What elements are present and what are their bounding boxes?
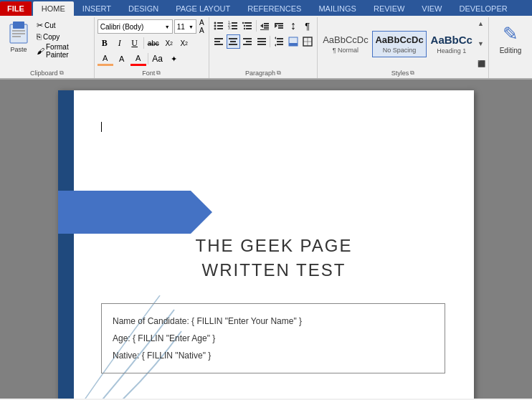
strikethrough-button[interactable]: abc [146, 36, 161, 50]
svg-rect-44 [257, 44, 266, 45]
paste-button[interactable]: Paste [3, 19, 34, 54]
increase-indent-button[interactable] [272, 19, 285, 33]
clipboard-expand-icon[interactable]: ⧉ [60, 70, 64, 77]
justify-button[interactable] [255, 34, 269, 49]
font-name-dropdown[interactable]: Calibri (Body) ▼ [98, 19, 173, 34]
tab-design[interactable]: DESIGN [120, 1, 167, 16]
svg-rect-25 [264, 23, 269, 24]
copy-button[interactable]: ⎘ Copy [34, 32, 91, 42]
clear-formatting-button[interactable]: ✦ [166, 52, 182, 66]
font-size-steppers: A A [198, 19, 206, 34]
subscript-button[interactable]: X2 [162, 36, 176, 50]
font-shrink-button[interactable]: A [198, 27, 206, 34]
align-right-button[interactable] [241, 34, 255, 49]
format-painter-button[interactable]: 🖌 Format Painter [34, 42, 91, 59]
tab-insert[interactable]: INSERT [74, 1, 120, 16]
svg-rect-45 [277, 38, 283, 39]
tab-view[interactable]: VIEW [413, 1, 450, 16]
form-field-1: Name of Candidate: { FILLIN "Enter Your … [113, 313, 434, 330]
svg-rect-47 [277, 44, 283, 45]
svg-rect-9 [217, 25, 223, 27]
para-sep2 [270, 36, 270, 47]
change-case-button[interactable]: Aa [150, 52, 166, 66]
svg-rect-23 [246, 28, 252, 29]
editing-icon: ✎ [503, 23, 518, 45]
font-sep2 [148, 53, 148, 65]
text-highlight-button[interactable]: A [114, 52, 130, 66]
svg-rect-11 [217, 28, 223, 29]
styles-scroll-up[interactable]: ▲ [478, 20, 485, 27]
bullets-button[interactable] [212, 19, 226, 33]
svg-rect-34 [214, 41, 220, 42]
svg-rect-5 [12, 36, 21, 37]
styles-expand[interactable]: ⬛ [478, 60, 485, 67]
font-expand-icon[interactable]: ⧉ [156, 70, 161, 77]
font-color-button[interactable]: A [130, 52, 146, 66]
line-spacing-button[interactable] [272, 34, 285, 49]
svg-rect-3 [12, 30, 25, 32]
numbering-button[interactable]: 1.2.3. [227, 19, 240, 33]
scissors-icon: ✂ [37, 21, 43, 30]
font-sep1 [143, 37, 144, 49]
text-effects-button[interactable]: A [98, 52, 113, 66]
para-sep1 [256, 20, 257, 32]
style-normal-label: ¶ Normal [333, 47, 358, 54]
style-no-spacing[interactable]: AaBbCcDc No Spacing [372, 31, 427, 57]
styles-scroll-buttons: ▲ ▼ ⬛ [476, 19, 487, 69]
svg-point-6 [214, 22, 217, 24]
styles-scroll-down[interactable]: ▼ [478, 40, 485, 47]
show-hide-button[interactable]: ¶ [300, 19, 314, 33]
editing-button[interactable]: ✎ Editing [500, 23, 522, 54]
editing-group: ✎ Editing [489, 17, 532, 78]
paste-label: Paste [10, 46, 27, 53]
font-size-dropdown[interactable]: 11 ▼ [174, 19, 196, 34]
svg-rect-15 [232, 25, 237, 27]
superscript-button[interactable]: X2 [177, 36, 191, 50]
tab-page-layout[interactable]: PAGE LAYOUT [167, 1, 239, 16]
align-center-button[interactable] [227, 34, 240, 49]
tab-references[interactable]: REFERENCES [239, 1, 310, 16]
align-left-button[interactable] [212, 34, 226, 49]
styles-expand-icon[interactable]: ⧉ [410, 70, 414, 77]
ribbon: Paste ✂ Cut ⎘ Copy 🖌 Format Painter [0, 16, 532, 80]
tab-review[interactable]: REVIEW [365, 1, 413, 16]
form-box: Name of Candidate: { FILLIN "Enter Your … [101, 303, 445, 373]
tab-mailings[interactable]: MAILINGS [310, 1, 365, 16]
document-title-line2: WRITTEN TEST [95, 258, 452, 282]
decrease-indent-button[interactable] [257, 19, 271, 33]
italic-button[interactable]: I [113, 36, 127, 50]
underline-button[interactable]: U [128, 36, 142, 50]
svg-rect-38 [229, 44, 237, 45]
sort-button[interactable]: ↕ [286, 19, 300, 33]
font-grow-button[interactable]: A [198, 19, 206, 27]
svg-marker-55 [58, 191, 212, 234]
tab-file[interactable]: FILE [0, 1, 32, 16]
svg-point-8 [214, 25, 217, 27]
cut-button[interactable]: ✂ Cut [34, 20, 91, 31]
tab-home[interactable]: HOME [33, 1, 74, 16]
svg-point-20 [244, 25, 245, 27]
page-sidebar [58, 90, 74, 399]
borders-button[interactable] [300, 34, 314, 49]
style-normal[interactable]: AaBbCcDc ¶ Normal [319, 31, 371, 57]
multilevel-list-button[interactable] [241, 19, 255, 33]
paragraph-expand-icon[interactable]: ⧉ [277, 70, 281, 77]
tab-developer[interactable]: DEVELOPER [450, 1, 516, 16]
shading-button[interactable] [286, 34, 300, 49]
svg-rect-41 [243, 44, 252, 45]
svg-rect-40 [246, 41, 252, 42]
document-title: THE GEEK PAGE WRITTEN TEST [74, 234, 474, 282]
paragraph-group: 1.2.3. ↕ ¶ [209, 17, 318, 78]
style-heading1-preview: AaBbCc [431, 34, 472, 46]
svg-rect-46 [277, 41, 283, 42]
svg-point-18 [242, 22, 244, 24]
style-heading1-label: Heading 1 [437, 47, 466, 54]
svg-rect-39 [243, 38, 252, 39]
style-heading1[interactable]: AaBbCc Heading 1 [427, 30, 476, 58]
bold-button[interactable]: B [98, 36, 112, 50]
page: THE GEEK PAGE WRITTEN TEST Name of Candi… [58, 90, 474, 399]
svg-rect-31 [278, 25, 283, 27]
svg-rect-28 [260, 29, 269, 30]
svg-rect-26 [264, 25, 269, 27]
svg-rect-27 [264, 27, 269, 29]
